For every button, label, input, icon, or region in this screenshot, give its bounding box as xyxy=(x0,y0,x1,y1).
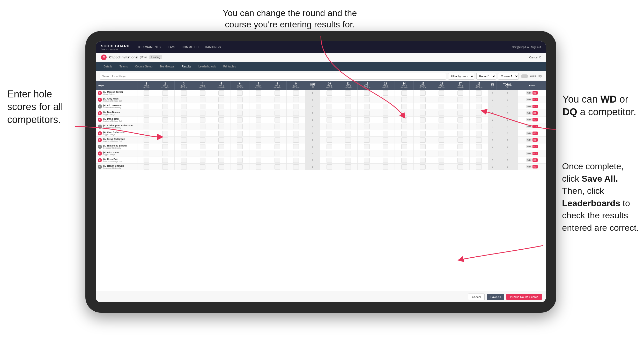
score-input-h12[interactable] xyxy=(364,151,370,156)
score-input-h17[interactable] xyxy=(457,104,463,109)
score-input-h3[interactable] xyxy=(181,111,187,116)
search-input[interactable] xyxy=(100,73,446,80)
score-input-h10[interactable] xyxy=(327,90,332,96)
score-input-h11[interactable] xyxy=(345,158,351,163)
score-input-h7[interactable] xyxy=(256,158,261,163)
score-input-h2[interactable] xyxy=(162,97,168,102)
score-input-h3[interactable] xyxy=(181,131,187,136)
wd-button[interactable]: WD xyxy=(526,118,532,121)
score-input-h14[interactable] xyxy=(401,151,407,156)
score-input-h5[interactable] xyxy=(218,124,224,129)
score-input-h13[interactable] xyxy=(383,104,388,109)
score-input-h16[interactable] xyxy=(439,97,444,102)
score-input-h15[interactable] xyxy=(420,90,426,96)
score-input-h3[interactable] xyxy=(181,164,187,170)
score-input-h2[interactable] xyxy=(162,104,168,109)
score-input-h3[interactable] xyxy=(181,117,187,122)
score-input-h14[interactable] xyxy=(401,90,407,96)
score-input-h14[interactable] xyxy=(401,111,407,116)
score-input-h7[interactable] xyxy=(256,151,261,156)
score-input-h17[interactable] xyxy=(457,137,463,143)
score-input-h9[interactable] xyxy=(293,131,299,136)
publish-button[interactable]: Publish Round Scores xyxy=(506,294,542,300)
score-input-h11[interactable] xyxy=(345,111,351,116)
score-input-h18[interactable] xyxy=(476,97,482,102)
score-input-h7[interactable] xyxy=(256,97,261,102)
score-input-h10[interactable] xyxy=(327,151,332,156)
score-input-h15[interactable] xyxy=(420,151,426,156)
score-input-h10[interactable] xyxy=(327,104,332,109)
score-input-h15[interactable] xyxy=(420,137,426,143)
score-input-h15[interactable] xyxy=(420,97,426,102)
score-input-h9[interactable] xyxy=(293,90,299,96)
score-input-h5[interactable] xyxy=(218,90,224,96)
score-input-h16[interactable] xyxy=(439,164,444,170)
score-input-h8[interactable] xyxy=(275,151,280,156)
score-input-h8[interactable] xyxy=(275,124,280,129)
score-input-h12[interactable] xyxy=(364,97,370,102)
score-input-h12[interactable] xyxy=(364,144,370,149)
nav-rankings[interactable]: RANKINGS xyxy=(205,45,221,49)
score-input-h6[interactable] xyxy=(237,90,243,96)
score-input-h9[interactable] xyxy=(293,151,299,156)
score-input-h5[interactable] xyxy=(218,151,224,156)
score-input-h9[interactable] xyxy=(293,124,299,129)
dq-button[interactable]: DQ xyxy=(532,158,538,162)
score-input-h16[interactable] xyxy=(439,111,444,116)
wd-button[interactable]: WD xyxy=(526,105,532,108)
score-input-h9[interactable] xyxy=(293,117,299,122)
round-select[interactable]: Round 1 xyxy=(476,73,496,80)
score-input-h4[interactable] xyxy=(200,151,205,156)
score-input-h13[interactable] xyxy=(383,90,388,96)
wd-button[interactable]: WD xyxy=(526,125,532,128)
dq-button[interactable]: DQ xyxy=(532,125,538,128)
dq-button[interactable]: DQ xyxy=(532,152,538,155)
score-input-h1[interactable] xyxy=(144,124,149,129)
score-input-h2[interactable] xyxy=(162,111,168,116)
score-input-h8[interactable] xyxy=(275,90,280,96)
score-input-h13[interactable] xyxy=(383,97,388,102)
score-input-h8[interactable] xyxy=(275,97,280,102)
score-input-h7[interactable] xyxy=(256,90,261,96)
score-input-h4[interactable] xyxy=(200,124,205,129)
score-input-h11[interactable] xyxy=(345,124,351,129)
score-input-h2[interactable] xyxy=(162,151,168,156)
score-input-h7[interactable] xyxy=(256,111,261,116)
score-input-h16[interactable] xyxy=(439,90,444,96)
score-input-h11[interactable] xyxy=(345,164,351,170)
score-input-h2[interactable] xyxy=(162,117,168,122)
score-input-h7[interactable] xyxy=(256,131,261,136)
dq-button[interactable]: DQ xyxy=(532,138,538,142)
score-input-h13[interactable] xyxy=(383,137,388,143)
score-input-h4[interactable] xyxy=(200,158,205,163)
score-input-h9[interactable] xyxy=(293,111,299,116)
score-input-h15[interactable] xyxy=(420,158,426,163)
score-input-h6[interactable] xyxy=(237,144,243,149)
score-input-h13[interactable] xyxy=(383,117,388,122)
score-input-h4[interactable] xyxy=(200,111,205,116)
score-input-h11[interactable] xyxy=(345,151,351,156)
score-input-h6[interactable] xyxy=(237,117,243,122)
score-input-h11[interactable] xyxy=(345,137,351,143)
score-input-h1[interactable] xyxy=(144,90,149,96)
score-input-h15[interactable] xyxy=(420,111,426,116)
score-input-h15[interactable] xyxy=(420,164,426,170)
score-input-h17[interactable] xyxy=(457,124,463,129)
score-input-h9[interactable] xyxy=(293,164,299,170)
score-input-h14[interactable] xyxy=(401,144,407,149)
score-input-h3[interactable] xyxy=(181,137,187,143)
score-input-h9[interactable] xyxy=(293,104,299,109)
score-input-h6[interactable] xyxy=(237,97,243,102)
score-input-h11[interactable] xyxy=(345,90,351,96)
score-input-h5[interactable] xyxy=(218,117,224,122)
score-input-h8[interactable] xyxy=(275,131,280,136)
score-input-h9[interactable] xyxy=(293,158,299,163)
score-input-h14[interactable] xyxy=(401,104,407,109)
score-input-h13[interactable] xyxy=(383,158,388,163)
score-input-h12[interactable] xyxy=(364,117,370,122)
score-input-h10[interactable] xyxy=(327,137,332,143)
dq-button[interactable]: DQ xyxy=(532,91,538,95)
nav-teams[interactable]: TEAMS xyxy=(166,45,176,49)
score-input-h4[interactable] xyxy=(200,117,205,122)
score-input-h5[interactable] xyxy=(218,111,224,116)
